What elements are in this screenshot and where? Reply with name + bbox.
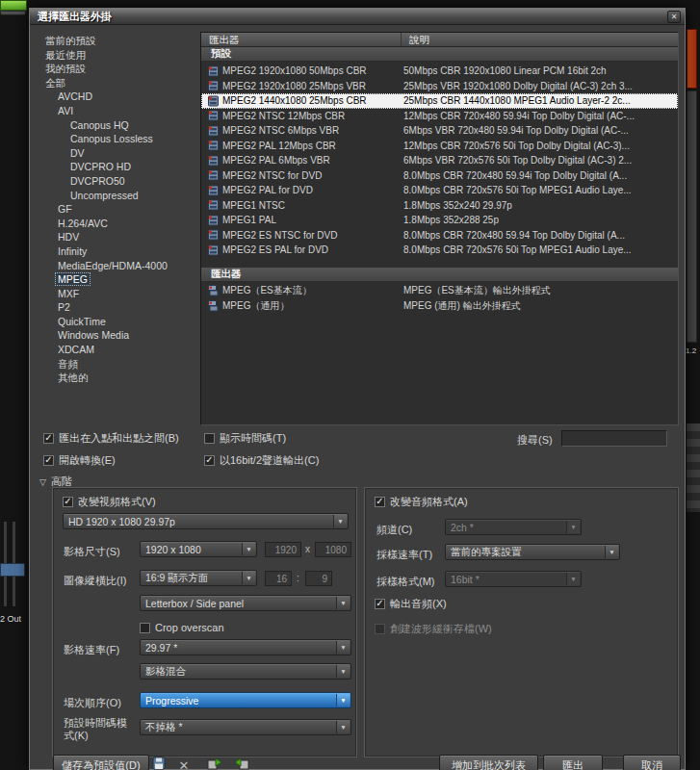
video-format-preset-combo[interactable]: HD 1920 x 1080 29.97p ▼	[63, 513, 349, 529]
preset-row[interactable]: MPEG2 NTSC 12Mbps CBR 12Mbps CBR 720x480…	[201, 109, 678, 124]
preset-name: MPEG2 NTSC for DVD	[222, 170, 322, 181]
tree-item-label: Uncompressed	[68, 190, 141, 201]
tree-item[interactable]: 當前的預設	[38, 34, 197, 48]
delete-preset-button[interactable]: ✕	[172, 756, 195, 770]
preset-row[interactable]: MPEG2 PAL for DVD 8.0Mbps CBR 720x576 50…	[201, 183, 678, 198]
search-input[interactable]	[561, 430, 667, 447]
preset-description: 1.8Mbps 352x240 29.97p	[402, 200, 678, 211]
preset-row[interactable]: MPEG2 1920x1080 50Mbps CBR 50Mbps CBR 19…	[201, 64, 678, 79]
aspect-separator: :	[297, 573, 299, 583]
sample-rate-combo[interactable]: 當前的專案設置 ▼	[445, 544, 620, 560]
checkbox-create-waveform-cache[interactable]: ✓ 創建波形緩衝存檔(W)	[375, 622, 492, 635]
column-header-exporter[interactable]: 匯出器	[201, 33, 402, 46]
tree-item[interactable]: 最近使用	[38, 48, 197, 63]
preset-row[interactable]: MPEG2 ES PAL for DVD 8.0Mbps CBR 720x576…	[201, 243, 678, 258]
checkbox-output-audio[interactable]: ✓ 輸出音頻(X)	[375, 597, 447, 610]
preset-row[interactable]: MPEG1 PAL 1.8Mbps 352x288 25p	[201, 213, 678, 228]
tree-item-label: MediaEdge/HDMA-4000	[56, 260, 169, 271]
chevron-down-icon: ▼	[333, 515, 347, 527]
tree-item[interactable]: DV	[38, 146, 197, 161]
tree-item[interactable]: QuickTime	[38, 315, 197, 329]
preset-row[interactable]: MPEG2 PAL 6Mbps VBR 6Mbps VBR 720x576 50…	[201, 153, 678, 168]
tree-item[interactable]: 音頻	[38, 357, 197, 372]
save-disk-button[interactable]	[147, 756, 170, 770]
tree-item[interactable]: AVCHD	[38, 90, 197, 104]
exporter-row[interactable]: MPEG（通用） MPEG (通用) 輸出外掛程式	[201, 298, 678, 314]
cancel-button[interactable]: 取消	[623, 755, 681, 770]
tree-item[interactable]: Uncompressed	[38, 189, 197, 203]
export-preset-button[interactable]	[203, 756, 226, 770]
checkbox-enable-conversion[interactable]: ✓ 開啟轉換(E)	[43, 453, 116, 467]
channel-combo[interactable]: 2ch * ▼	[445, 519, 582, 535]
checkbox-box: ✓	[375, 497, 385, 507]
checkbox-output-16bit-2ch[interactable]: ✓ 以16bit/2聲道輸出(C)	[204, 453, 319, 467]
preset-row[interactable]: MPEG2 1920x1080 25Mbps VBR 25Mbps VBR 19…	[201, 79, 678, 94]
dialog-titlebar[interactable]: 選擇匯出器外掛 ✕	[30, 9, 685, 25]
preset-row[interactable]: MPEG1 NTSC 1.8Mbps 352x240 29.97p	[201, 198, 678, 214]
tree-item[interactable]: Canopus Lossless	[38, 132, 197, 146]
tree-item[interactable]: DVCPRO50	[38, 174, 197, 189]
preset-name: MPEG2 PAL 6Mbps VBR	[222, 155, 330, 166]
tree-item[interactable]: P2	[38, 300, 197, 315]
letterbox-combo[interactable]: Letterbox / Side panel ▼	[140, 595, 351, 611]
aspect-ratio-combo[interactable]: 16:9 顯示方面 ▼	[140, 570, 257, 586]
tree-item[interactable]: GF	[38, 202, 197, 217]
tree-item[interactable]: DVCPRO HD	[38, 160, 197, 174]
preset-row[interactable]: MPEG2 ES NTSC for DVD 8.0Mbps CBR 720x48…	[201, 228, 678, 244]
checkbox-change-video-format[interactable]: ✓ 改變視頻格式(V)	[63, 495, 156, 508]
frame-rate-combo[interactable]: 29.97 * ▼	[140, 639, 351, 655]
tree-item[interactable]: MXF	[38, 287, 197, 301]
tree-item[interactable]: AVI	[38, 104, 197, 118]
sample-format-combo[interactable]: 16bit * ▼	[445, 571, 582, 587]
tree-item[interactable]: H.264/AVC	[38, 217, 197, 231]
preset-row[interactable]: MPEG2 NTSC 6Mbps VBR 6Mbps VBR 720x480 5…	[201, 123, 678, 139]
timeline-clip[interactable]	[0, 0, 27, 11]
save-preset-button[interactable]: 儲存為預設值(D)	[53, 755, 149, 770]
size-separator: x	[305, 544, 310, 554]
check-icon: ✓	[44, 433, 52, 443]
preset-name-cell: MPEG2 1920x1080 50Mbps CBR	[201, 65, 402, 77]
preset-name-cell: MPEG2 NTSC 12Mbps CBR	[201, 110, 402, 121]
tree-item[interactable]: MediaEdge/HDMA-4000	[38, 259, 197, 273]
preset-row[interactable]: MPEG2 NTSC for DVD 8.0Mbps CBR 720x480 5…	[201, 168, 678, 184]
import-preset-button[interactable]	[230, 756, 253, 770]
tree-item[interactable]: XDCAM	[38, 343, 197, 357]
preset-name-cell: MPEG1 PAL	[201, 215, 402, 226]
preset-name-cell: MPEG2 1920x1080 25Mbps VBR	[201, 80, 402, 91]
frame-size-combo[interactable]: 1920 x 1080 ▼	[140, 541, 257, 557]
tree-item[interactable]: 我的預設	[38, 62, 197, 76]
frame-blend-combo[interactable]: 影格混合 ▼	[140, 663, 351, 680]
combo-value: 29.97 *	[145, 642, 177, 654]
checkbox-export-between-inout[interactable]: ✓ 匯出在入點和出點之間(B)	[43, 431, 179, 445]
preset-rows: MPEG2 1920x1080 50Mbps CBR 50Mbps CBR 19…	[201, 64, 678, 258]
field-order-combo[interactable]: Progressive ▼	[140, 692, 351, 708]
tree-item[interactable]: HDV	[38, 230, 197, 244]
checkbox-change-audio-format[interactable]: ✓ 改變音頻格式(A)	[375, 495, 468, 508]
tc-mode-combo[interactable]: 不掉格 * ▼	[140, 719, 351, 735]
combo-value: Progressive	[145, 695, 198, 706]
tree-item[interactable]: Infinity	[38, 244, 197, 259]
tree-item[interactable]: MPEG	[38, 272, 197, 287]
close-button[interactable]: ✕	[667, 11, 681, 23]
chevron-down-icon: ▼	[336, 665, 350, 678]
checkbox-display-timecode[interactable]: ✓ 顯示時間碼(T)	[204, 431, 286, 445]
preset-row[interactable]: MPEG2 PAL 12Mbps CBR 12Mbps CBR 720x576 …	[201, 139, 678, 154]
preset-description: 1.8Mbps 352x288 25p	[402, 215, 678, 225]
column-header-description[interactable]: 說明	[402, 33, 678, 46]
tree-item[interactable]: Canopus HQ	[38, 118, 197, 133]
exporter-row[interactable]: MPEG（ES基本流） MPEG（ES基本流）輸出外掛程式	[201, 284, 678, 299]
audio-format-group: ✓ 改變音頻格式(A) 頻道(C) 2ch * ▼ 採樣速率(T) 當前的專案設…	[364, 487, 679, 757]
preset-row[interactable]: MPEG2 1440x1080 25Mbps CBR 25Mbps CBR 14…	[201, 93, 678, 109]
tree-item[interactable]: 全部	[38, 76, 197, 90]
export-button[interactable]: 匯出	[543, 755, 603, 770]
timeline-clip[interactable]	[0, 563, 25, 577]
checkbox-crop-overscan[interactable]: ✓ Crop overscan	[140, 621, 224, 634]
scrollbar-track[interactable]	[687, 90, 697, 343]
tree-item-label: Canopus HQ	[68, 119, 131, 131]
add-to-batch-button[interactable]: 增加到批次列表	[439, 755, 538, 770]
tree-item[interactable]: Windows Media	[38, 328, 197, 343]
tree-item[interactable]: 其他的	[38, 371, 197, 385]
chevron-down-icon: ▼	[605, 546, 618, 558]
preset-name: MPEG2 PAL for DVD	[222, 185, 313, 195]
tc-mode-label: 預設時間碼模式(K)	[64, 717, 137, 742]
